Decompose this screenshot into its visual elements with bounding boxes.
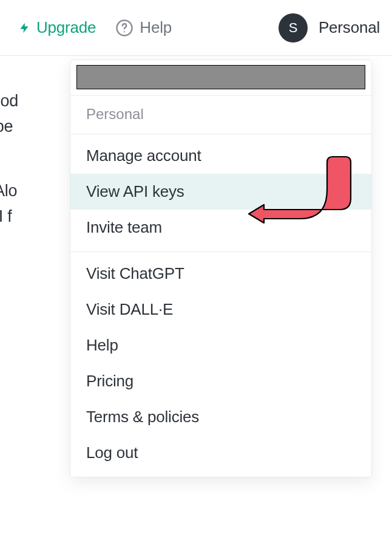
avatar-initial: S <box>289 20 298 36</box>
menu-group-links: Visit ChatGPT Visit DALL·E Help Pricing … <box>70 252 371 477</box>
account-menu-trigger[interactable]: S Personal <box>279 13 380 43</box>
menu-item-manage-account[interactable]: Manage account <box>70 138 371 174</box>
help-label: Help <box>140 18 172 37</box>
svg-point-1 <box>124 31 125 32</box>
account-label: Personal <box>319 18 380 37</box>
menu-item-pricing[interactable]: Pricing <box>70 363 371 399</box>
menu-item-view-api-keys[interactable]: View API keys <box>70 174 371 210</box>
help-button[interactable]: Help <box>115 18 172 37</box>
menu-item-visit-dalle[interactable]: Visit DALL·E <box>70 292 371 327</box>
menu-item-log-out[interactable]: Log out <box>70 435 371 471</box>
avatar: S <box>279 13 308 43</box>
menu-group-account: Manage account View API keys Invite team <box>70 134 371 251</box>
menu-item-help[interactable]: Help <box>70 327 371 363</box>
menu-item-invite-team[interactable]: Invite team <box>70 210 371 245</box>
menu-item-visit-chatgpt[interactable]: Visit ChatGPT <box>70 256 371 292</box>
redacted-email <box>76 65 365 89</box>
bolt-icon <box>18 19 30 36</box>
dropdown-section-label: Personal <box>70 95 371 134</box>
help-icon <box>115 19 133 37</box>
topbar: Upgrade Help S Personal <box>0 0 392 56</box>
upgrade-button[interactable]: Upgrade <box>18 18 96 37</box>
menu-item-terms[interactable]: Terms & policies <box>70 399 371 435</box>
upgrade-label: Upgrade <box>36 18 96 37</box>
account-dropdown: Personal Manage account View API keys In… <box>70 60 372 477</box>
